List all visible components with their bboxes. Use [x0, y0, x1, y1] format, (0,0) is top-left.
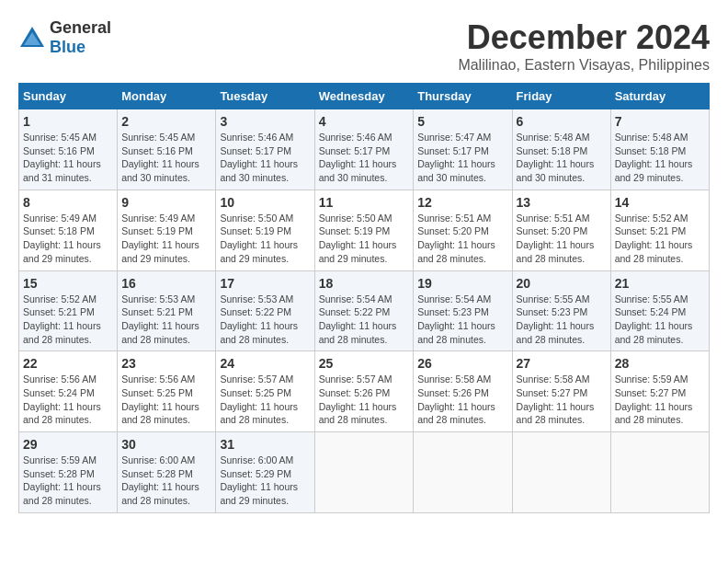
day-info: Sunrise: 5:53 AMSunset: 5:21 PMDaylight:…	[121, 293, 199, 345]
calendar-cell: 18 Sunrise: 5:54 AMSunset: 5:22 PMDaylig…	[314, 270, 414, 351]
title-area: December 2024 Malilinao, Eastern Visayas…	[458, 18, 710, 74]
day-info: Sunrise: 5:48 AMSunset: 5:18 PMDaylight:…	[615, 132, 693, 183]
logo: General Blue	[18, 18, 111, 57]
calendar-cell: 12 Sunrise: 5:51 AMSunset: 5:20 PMDaylig…	[414, 190, 512, 270]
calendar-cell	[610, 432, 709, 513]
day-number: 24	[220, 356, 310, 371]
day-number: 22	[23, 356, 113, 371]
logo-text: General Blue	[50, 18, 111, 57]
day-number: 9	[121, 195, 211, 210]
calendar-cell	[512, 432, 610, 513]
header-row: SundayMondayTuesdayWednesdayThursdayFrid…	[19, 84, 710, 109]
calendar-cell: 25 Sunrise: 5:57 AMSunset: 5:26 PMDaylig…	[314, 351, 414, 432]
day-info: Sunrise: 5:49 AMSunset: 5:19 PMDaylight:…	[121, 213, 199, 264]
day-number: 1	[23, 114, 113, 129]
day-info: Sunrise: 5:54 AMSunset: 5:23 PMDaylight:…	[417, 293, 495, 345]
day-info: Sunrise: 5:53 AMSunset: 5:22 PMDaylight:…	[220, 293, 298, 345]
header-tuesday: Tuesday	[216, 84, 314, 109]
day-info: Sunrise: 5:45 AMSunset: 5:16 PMDaylight:…	[23, 132, 101, 183]
day-info: Sunrise: 5:58 AMSunset: 5:26 PMDaylight:…	[417, 373, 495, 425]
day-number: 25	[319, 356, 410, 371]
day-number: 31	[220, 437, 310, 452]
calendar-cell: 8 Sunrise: 5:49 AMSunset: 5:18 PMDayligh…	[19, 190, 118, 270]
calendar-cell: 1 Sunrise: 5:45 AMSunset: 5:16 PMDayligh…	[19, 109, 118, 190]
header-monday: Monday	[118, 84, 216, 109]
logo-blue: Blue	[50, 38, 85, 56]
calendar-cell: 11 Sunrise: 5:50 AMSunset: 5:19 PMDaylig…	[314, 190, 414, 270]
day-number: 11	[319, 195, 410, 210]
header-thursday: Thursday	[414, 84, 512, 109]
calendar-cell: 15 Sunrise: 5:52 AMSunset: 5:21 PMDaylig…	[19, 270, 118, 351]
day-info: Sunrise: 5:50 AMSunset: 5:19 PMDaylight:…	[319, 213, 397, 264]
calendar-cell: 22 Sunrise: 5:56 AMSunset: 5:24 PMDaylig…	[19, 351, 118, 432]
month-title: December 2024	[458, 18, 710, 57]
calendar-cell: 26 Sunrise: 5:58 AMSunset: 5:26 PMDaylig…	[414, 351, 512, 432]
day-number: 5	[417, 114, 507, 129]
week-row-3: 15 Sunrise: 5:52 AMSunset: 5:21 PMDaylig…	[19, 270, 710, 351]
day-info: Sunrise: 5:56 AMSunset: 5:24 PMDaylight:…	[23, 373, 101, 425]
day-number: 3	[220, 114, 310, 129]
calendar-cell: 3 Sunrise: 5:46 AMSunset: 5:17 PMDayligh…	[216, 109, 314, 190]
header-wednesday: Wednesday	[314, 84, 414, 109]
day-info: Sunrise: 5:59 AMSunset: 5:27 PMDaylight:…	[615, 373, 693, 425]
day-info: Sunrise: 5:59 AMSunset: 5:28 PMDaylight:…	[23, 454, 101, 506]
calendar-cell: 6 Sunrise: 5:48 AMSunset: 5:18 PMDayligh…	[512, 109, 610, 190]
header-sunday: Sunday	[19, 84, 118, 109]
day-info: Sunrise: 5:51 AMSunset: 5:20 PMDaylight:…	[517, 213, 595, 264]
day-number: 30	[121, 437, 211, 452]
calendar-cell: 24 Sunrise: 5:57 AMSunset: 5:25 PMDaylig…	[216, 351, 314, 432]
calendar-cell: 21 Sunrise: 5:55 AMSunset: 5:24 PMDaylig…	[610, 270, 709, 351]
calendar-cell: 13 Sunrise: 5:51 AMSunset: 5:20 PMDaylig…	[512, 190, 610, 270]
calendar-cell: 9 Sunrise: 5:49 AMSunset: 5:19 PMDayligh…	[118, 190, 216, 270]
calendar-table: SundayMondayTuesdayWednesdayThursdayFrid…	[18, 83, 710, 513]
day-number: 10	[220, 195, 310, 210]
day-info: Sunrise: 5:45 AMSunset: 5:16 PMDaylight:…	[121, 132, 199, 183]
day-info: Sunrise: 5:49 AMSunset: 5:18 PMDaylight:…	[23, 213, 101, 264]
day-number: 13	[517, 195, 607, 210]
day-info: Sunrise: 5:50 AMSunset: 5:19 PMDaylight:…	[220, 213, 298, 264]
calendar-cell: 16 Sunrise: 5:53 AMSunset: 5:21 PMDaylig…	[118, 270, 216, 351]
day-number: 26	[417, 356, 507, 371]
calendar-cell: 5 Sunrise: 5:47 AMSunset: 5:17 PMDayligh…	[414, 109, 512, 190]
header-friday: Friday	[512, 84, 610, 109]
day-info: Sunrise: 5:54 AMSunset: 5:22 PMDaylight:…	[319, 293, 397, 345]
calendar-cell: 31 Sunrise: 6:00 AMSunset: 5:29 PMDaylig…	[216, 432, 314, 513]
day-info: Sunrise: 5:48 AMSunset: 5:18 PMDaylight:…	[517, 132, 595, 183]
week-row-5: 29 Sunrise: 5:59 AMSunset: 5:28 PMDaylig…	[19, 432, 710, 513]
day-number: 29	[23, 437, 113, 452]
day-info: Sunrise: 5:47 AMSunset: 5:17 PMDaylight:…	[417, 132, 495, 183]
day-number: 16	[121, 276, 211, 291]
day-number: 8	[23, 195, 113, 210]
day-number: 27	[517, 356, 607, 371]
calendar-cell: 17 Sunrise: 5:53 AMSunset: 5:22 PMDaylig…	[216, 270, 314, 351]
day-number: 2	[121, 114, 211, 129]
day-info: Sunrise: 5:46 AMSunset: 5:17 PMDaylight:…	[319, 132, 397, 183]
day-number: 21	[615, 276, 705, 291]
calendar-cell: 23 Sunrise: 5:56 AMSunset: 5:25 PMDaylig…	[118, 351, 216, 432]
calendar-cell: 10 Sunrise: 5:50 AMSunset: 5:19 PMDaylig…	[216, 190, 314, 270]
day-info: Sunrise: 5:57 AMSunset: 5:26 PMDaylight:…	[319, 373, 397, 425]
calendar-cell: 28 Sunrise: 5:59 AMSunset: 5:27 PMDaylig…	[610, 351, 709, 432]
calendar-cell: 7 Sunrise: 5:48 AMSunset: 5:18 PMDayligh…	[610, 109, 709, 190]
day-info: Sunrise: 5:51 AMSunset: 5:20 PMDaylight:…	[417, 213, 495, 264]
day-info: Sunrise: 5:55 AMSunset: 5:24 PMDaylight:…	[615, 293, 693, 345]
week-row-1: 1 Sunrise: 5:45 AMSunset: 5:16 PMDayligh…	[19, 109, 710, 190]
calendar-cell: 27 Sunrise: 5:58 AMSunset: 5:27 PMDaylig…	[512, 351, 610, 432]
day-number: 6	[517, 114, 607, 129]
day-number: 19	[417, 276, 507, 291]
week-row-4: 22 Sunrise: 5:56 AMSunset: 5:24 PMDaylig…	[19, 351, 710, 432]
day-number: 15	[23, 276, 113, 291]
calendar-body: 1 Sunrise: 5:45 AMSunset: 5:16 PMDayligh…	[19, 109, 710, 513]
calendar-cell: 14 Sunrise: 5:52 AMSunset: 5:21 PMDaylig…	[610, 190, 709, 270]
location-title: Malilinao, Eastern Visayas, Philippines	[458, 57, 710, 74]
day-info: Sunrise: 5:56 AMSunset: 5:25 PMDaylight:…	[121, 373, 199, 425]
day-number: 12	[417, 195, 507, 210]
header: General Blue December 2024 Malilinao, Ea…	[18, 18, 710, 74]
calendar-cell: 30 Sunrise: 6:00 AMSunset: 5:28 PMDaylig…	[118, 432, 216, 513]
day-number: 17	[220, 276, 310, 291]
day-info: Sunrise: 5:55 AMSunset: 5:23 PMDaylight:…	[517, 293, 595, 345]
calendar-cell: 29 Sunrise: 5:59 AMSunset: 5:28 PMDaylig…	[19, 432, 118, 513]
day-info: Sunrise: 5:52 AMSunset: 5:21 PMDaylight:…	[23, 293, 101, 345]
logo-general: General	[50, 18, 111, 37]
week-row-2: 8 Sunrise: 5:49 AMSunset: 5:18 PMDayligh…	[19, 190, 710, 270]
